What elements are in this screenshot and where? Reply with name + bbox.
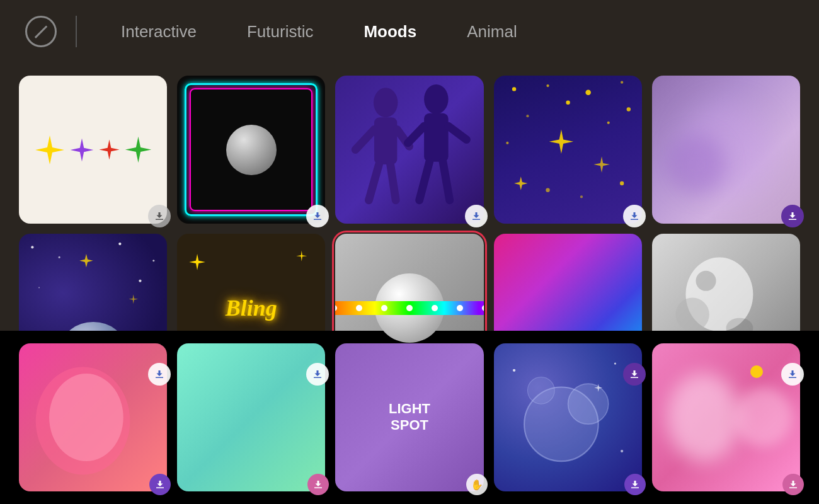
download-button[interactable] (306, 205, 329, 227)
download-arrow-icon (629, 479, 641, 490)
bottom-filter-pink-orb[interactable] (19, 343, 167, 491)
download-button[interactable] (623, 205, 646, 227)
svg-point-10 (425, 84, 449, 114)
svg-point-34 (152, 260, 154, 261)
svg-point-21 (526, 115, 529, 117)
bottom-strip: LIGHT SPOT ✋ (0, 331, 819, 504)
svg-marker-0 (35, 135, 64, 164)
svg-line-12 (408, 126, 425, 143)
filter-sparkle-white[interactable] (19, 76, 167, 224)
filter-gold-sparkle[interactable] (494, 76, 642, 224)
strip-dot (457, 305, 463, 311)
gold-sparkle-pattern-icon (494, 76, 642, 224)
svg-point-24 (506, 142, 508, 144)
filter-thumb (177, 76, 325, 224)
download-button[interactable] (623, 363, 646, 386)
download-button[interactable] (307, 474, 329, 495)
strip-dot (381, 305, 387, 311)
filter-thumb (652, 76, 800, 224)
download-arrow-icon (471, 210, 482, 222)
svg-line-14 (420, 162, 430, 200)
neon-orb (226, 125, 277, 175)
svg-point-32 (59, 256, 60, 258)
nav-divider (76, 16, 77, 47)
bubbles-icon (494, 343, 642, 491)
svg-rect-5 (374, 117, 397, 164)
download-button[interactable]: ✋ (466, 474, 488, 495)
svg-point-35 (38, 287, 40, 289)
svg-marker-37 (79, 254, 93, 267)
bottom-filter-bubbles[interactable] (494, 343, 642, 491)
filter-thumb (335, 76, 483, 224)
svg-marker-1 (70, 138, 93, 161)
svg-rect-11 (425, 113, 449, 162)
download-arrow-icon (787, 369, 798, 380)
download-arrow-icon (312, 210, 323, 222)
download-arrow-icon (154, 210, 165, 222)
download-button[interactable] (624, 474, 646, 495)
light-spot-label-line2: SPOT (391, 417, 428, 433)
bottom-filter-pink-soft[interactable] (652, 343, 800, 491)
filter-purple-blur[interactable] (652, 76, 800, 224)
star-purple-icon (69, 137, 94, 163)
svg-marker-38 (129, 294, 138, 304)
svg-line-13 (449, 126, 467, 139)
svg-point-52 (513, 369, 515, 371)
no-filter-button[interactable] (25, 16, 57, 47)
bottom-filter-teal[interactable] (177, 343, 325, 491)
filter-dance[interactable] (335, 76, 483, 224)
svg-point-50 (568, 384, 608, 424)
svg-line-6 (355, 130, 374, 150)
svg-point-19 (621, 81, 623, 84)
filter-thumb (494, 76, 642, 224)
svg-point-22 (566, 101, 570, 105)
bottom-filter-light-spot[interactable]: LIGHT SPOT ✋ (335, 343, 483, 491)
filter-neon-frame[interactable] (177, 76, 325, 224)
svg-point-33 (118, 243, 121, 245)
star-red-icon (98, 139, 120, 161)
filter-thumb (19, 76, 167, 224)
svg-point-44 (675, 298, 709, 331)
svg-line-9 (391, 164, 396, 200)
svg-point-23 (607, 122, 609, 124)
svg-point-31 (31, 246, 33, 248)
download-button[interactable] (149, 474, 171, 495)
download-arrow-icon (154, 479, 166, 490)
star-yellow-icon (34, 134, 66, 166)
pink-orb-icon (19, 343, 167, 491)
svg-line-8 (369, 164, 379, 200)
bottom-thumb (652, 343, 800, 491)
download-button[interactable] (781, 205, 804, 227)
bottom-thumb (177, 343, 325, 491)
download-arrow-icon (312, 369, 323, 380)
strip-dot (482, 305, 484, 311)
svg-point-45 (696, 271, 716, 291)
rainbow-strip (335, 301, 483, 315)
download-arrow-icon (788, 479, 799, 490)
light-spot-label-line1: LIGHT (389, 401, 430, 417)
svg-point-53 (614, 362, 616, 364)
download-button[interactable] (782, 474, 804, 495)
svg-point-18 (585, 89, 591, 95)
tab-animal[interactable]: Animal (442, 16, 542, 48)
svg-point-48 (49, 374, 123, 461)
tab-moods[interactable]: Moods (338, 16, 442, 48)
download-arrow-icon (629, 210, 640, 222)
svg-point-16 (512, 87, 515, 91)
svg-point-36 (139, 280, 141, 282)
hand-icon: ✋ (471, 479, 483, 491)
tab-futuristic[interactable]: Futuristic (222, 16, 338, 48)
download-button[interactable] (148, 205, 171, 227)
bottom-thumb (494, 343, 642, 491)
tab-interactive[interactable]: Interactive (96, 16, 222, 48)
dance-silhouettes-icon (335, 76, 483, 224)
svg-point-29 (580, 195, 582, 198)
svg-marker-3 (125, 137, 151, 163)
download-button[interactable] (465, 205, 488, 227)
svg-marker-25 (549, 130, 573, 154)
svg-point-30 (620, 181, 624, 185)
svg-marker-2 (99, 139, 119, 159)
no-entry-icon (25, 16, 57, 47)
download-arrow-icon (154, 369, 165, 380)
nav-bar: Interactive Futuristic Moods Animal (0, 0, 819, 63)
